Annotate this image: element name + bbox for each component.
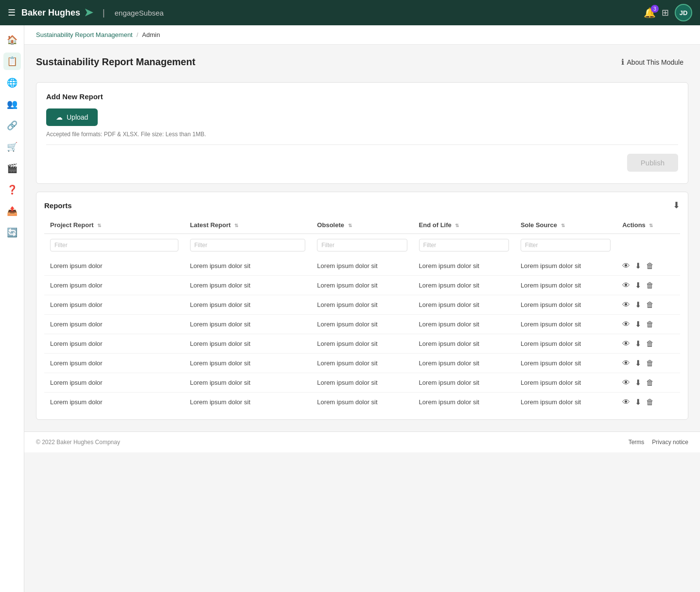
delete-icon[interactable]: 🗑 xyxy=(646,340,654,348)
delete-icon[interactable]: 🗑 xyxy=(646,320,654,329)
delete-icon[interactable]: 🗑 xyxy=(646,262,654,270)
sidebar-item-reports[interactable]: 📋 xyxy=(3,53,21,70)
cell-latest-0: Lorem ipsum dolor sit xyxy=(184,256,312,276)
view-icon[interactable]: 👁 xyxy=(622,301,630,309)
col-header-obsolete[interactable]: Obsolete ⇅ xyxy=(311,216,413,234)
filter-latest-report[interactable] xyxy=(190,239,306,251)
logo-text: Baker Hughes xyxy=(21,8,80,18)
terms-link[interactable]: Terms xyxy=(629,439,645,446)
download-icon[interactable]: ⬇ xyxy=(635,320,641,329)
col-header-end-of-life[interactable]: End of Life ⇅ xyxy=(413,216,515,234)
download-icon[interactable]: ⬇ xyxy=(635,378,641,387)
breadcrumb-link[interactable]: Sustainability Report Management xyxy=(36,31,133,38)
cell-eol-7: Lorem ipsum dolor sit xyxy=(413,393,515,412)
cell-obsolete-7: Lorem ipsum dolor sit xyxy=(311,393,413,412)
cell-eol-1: Lorem ipsum dolor sit xyxy=(413,276,515,295)
add-report-card: Add New Report ☁ Upload Accepted file fo… xyxy=(36,82,688,184)
about-module-button[interactable]: ℹ About This Module xyxy=(616,54,688,70)
page-header: Sustainability Report Management ℹ About… xyxy=(24,45,700,74)
view-icon[interactable]: 👁 xyxy=(622,320,630,329)
cell-eol-4: Lorem ipsum dolor sit xyxy=(413,334,515,354)
col-header-sole-source[interactable]: Sole Source ⇅ xyxy=(515,216,616,234)
sort-icon-project: ⇅ xyxy=(97,223,101,228)
sidebar-item-upload[interactable]: 📤 xyxy=(3,202,21,220)
cell-project-4: Lorem ipsum dolor xyxy=(44,334,184,354)
breadcrumb: Sustainability Report Management / Admin xyxy=(24,25,700,45)
sidebar-item-links[interactable]: 🔗 xyxy=(3,117,21,134)
cell-project-6: Lorem ipsum dolor xyxy=(44,373,184,393)
sidebar-item-users[interactable]: 👥 xyxy=(3,95,21,113)
view-icon[interactable]: 👁 xyxy=(622,262,630,270)
hamburger-icon[interactable]: ☰ xyxy=(8,7,16,18)
filter-end-of-life[interactable] xyxy=(419,239,509,251)
table-row: Lorem ipsum dolor Lorem ipsum dolor sit … xyxy=(44,354,680,373)
col-header-project-report[interactable]: Project Report ⇅ xyxy=(44,216,184,234)
download-icon[interactable]: ⬇ xyxy=(635,339,641,348)
sort-icon-actions: ⇅ xyxy=(649,223,653,228)
card-divider xyxy=(46,144,678,145)
cell-actions-3: 👁 ⬇ 🗑 xyxy=(616,315,680,334)
filter-sole-source[interactable] xyxy=(521,239,611,251)
view-icon[interactable]: 👁 xyxy=(622,398,630,407)
cell-eol-0: Lorem ipsum dolor sit xyxy=(413,256,515,276)
sidebar-item-cart[interactable]: 🛒 xyxy=(3,138,21,156)
sidebar-item-globe[interactable]: 🌐 xyxy=(3,74,21,91)
cell-sole-2: Lorem ipsum dolor sit xyxy=(515,295,616,315)
file-format-hint: Accepted file formats: PDF & XLSX. File … xyxy=(46,131,678,138)
view-icon[interactable]: 👁 xyxy=(622,378,630,387)
nav-divider: | xyxy=(103,8,105,18)
cell-obsolete-1: Lorem ipsum dolor sit xyxy=(311,276,413,295)
gallery-icon[interactable]: ⊞ xyxy=(662,7,669,18)
sidebar-item-help[interactable]: ❓ xyxy=(3,181,21,198)
cell-sole-5: Lorem ipsum dolor sit xyxy=(515,354,616,373)
cell-obsolete-5: Lorem ipsum dolor sit xyxy=(311,354,413,373)
sidebar-item-home[interactable]: 🏠 xyxy=(3,31,21,49)
table-row: Lorem ipsum dolor Lorem ipsum dolor sit … xyxy=(44,334,680,354)
cell-latest-2: Lorem ipsum dolor sit xyxy=(184,295,312,315)
cell-actions-4: 👁 ⬇ 🗑 xyxy=(616,334,680,354)
sidebar-item-media[interactable]: 🎬 xyxy=(3,160,21,177)
cell-eol-3: Lorem ipsum dolor sit xyxy=(413,315,515,334)
delete-icon[interactable]: 🗑 xyxy=(646,378,654,387)
cell-obsolete-6: Lorem ipsum dolor sit xyxy=(311,373,413,393)
view-icon[interactable]: 👁 xyxy=(622,340,630,348)
download-all-button[interactable]: ⬇ xyxy=(673,200,680,211)
filter-obsolete[interactable] xyxy=(317,239,407,251)
delete-icon[interactable]: 🗑 xyxy=(646,301,654,309)
filter-project-report[interactable] xyxy=(50,239,178,251)
cell-latest-5: Lorem ipsum dolor sit xyxy=(184,354,312,373)
cell-project-2: Lorem ipsum dolor xyxy=(44,295,184,315)
cell-project-7: Lorem ipsum dolor xyxy=(44,393,184,412)
publish-button[interactable]: Publish xyxy=(627,154,678,172)
delete-icon[interactable]: 🗑 xyxy=(646,359,654,368)
about-module-label: About This Module xyxy=(627,58,683,66)
col-header-latest-report[interactable]: Latest Report ⇅ xyxy=(184,216,312,234)
view-icon[interactable]: 👁 xyxy=(622,359,630,368)
reports-card: Reports ⬇ Project Report ⇅ Latest Report… xyxy=(36,192,688,420)
upload-button[interactable]: ☁ Upload xyxy=(46,108,98,126)
delete-icon[interactable]: 🗑 xyxy=(646,398,654,407)
add-report-title: Add New Report xyxy=(46,92,678,101)
cell-sole-1: Lorem ipsum dolor sit xyxy=(515,276,616,295)
sort-icon-eol: ⇅ xyxy=(455,223,459,228)
page-title: Sustainability Report Management xyxy=(36,56,195,68)
download-icon[interactable]: ⬇ xyxy=(635,397,641,407)
sidebar-item-refresh[interactable]: 🔄 xyxy=(3,224,21,241)
cell-actions-0: 👁 ⬇ 🗑 xyxy=(616,256,680,276)
app-name: engageSubsea xyxy=(115,9,164,17)
view-icon[interactable]: 👁 xyxy=(622,281,630,290)
user-avatar[interactable]: JD xyxy=(675,4,692,21)
cell-actions-6: 👁 ⬇ 🗑 xyxy=(616,373,680,393)
delete-icon[interactable]: 🗑 xyxy=(646,281,654,290)
download-icon[interactable]: ⬇ xyxy=(635,359,641,368)
notification-bell[interactable]: 🔔 3 xyxy=(644,7,656,18)
table-row: Lorem ipsum dolor Lorem ipsum dolor sit … xyxy=(44,393,680,412)
cell-sole-0: Lorem ipsum dolor sit xyxy=(515,256,616,276)
download-icon[interactable]: ⬇ xyxy=(635,300,641,309)
cell-latest-6: Lorem ipsum dolor sit xyxy=(184,373,312,393)
cell-project-3: Lorem ipsum dolor xyxy=(44,315,184,334)
download-icon[interactable]: ⬇ xyxy=(635,261,641,270)
privacy-notice-link[interactable]: Privacy notice xyxy=(652,439,688,446)
upload-label: Upload xyxy=(67,113,88,121)
download-icon[interactable]: ⬇ xyxy=(635,281,641,290)
